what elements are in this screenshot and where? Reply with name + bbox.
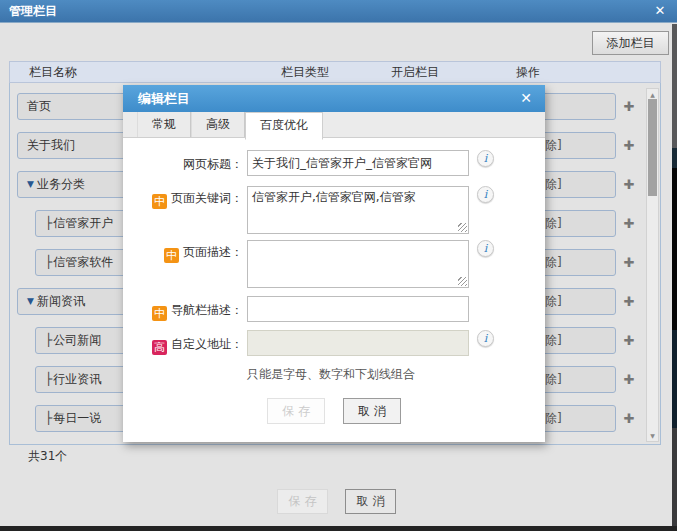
dialog-buttons: 保 存 取 消: [123, 398, 545, 424]
header-column-enabled: 开启栏目: [391, 62, 439, 83]
add-subcolumn-plus-icon[interactable]: ✚: [621, 249, 637, 276]
info-icon[interactable]: i: [477, 150, 494, 167]
save-button-disabled: 保 存: [277, 489, 328, 514]
branch-icon: ├: [45, 216, 52, 230]
page-description-textarea[interactable]: [247, 240, 469, 288]
column-row-item[interactable]: ├行业资讯: [35, 366, 130, 393]
table-scrollbar[interactable]: ▲ ▼: [646, 88, 659, 442]
column-row-item[interactable]: ├每日一说: [35, 405, 130, 432]
add-subcolumn-plus-icon[interactable]: ✚: [621, 93, 637, 120]
label-text: 自定义地址：: [171, 337, 243, 351]
tab-baidu-seo[interactable]: 百度优化: [245, 112, 323, 140]
dialog-tabs: 常规 高级 百度优化: [123, 112, 545, 138]
scroll-up-icon[interactable]: ▲: [647, 90, 658, 99]
resize-grip-icon[interactable]: [458, 223, 467, 232]
cancel-button[interactable]: 取 消: [345, 489, 396, 514]
page-behind-edge: [672, 330, 677, 428]
header-operations: 操作: [516, 62, 540, 83]
scroll-down-icon[interactable]: ▼: [647, 431, 658, 440]
page-title-input[interactable]: [247, 150, 469, 176]
window-titlebar: 管理栏目: [0, 0, 677, 23]
column-row-item[interactable]: 首页: [17, 93, 127, 120]
column-name: 首页: [27, 99, 51, 113]
add-subcolumn-plus-icon[interactable]: ✚: [621, 288, 637, 315]
page-behind-edge: [672, 24, 677, 148]
custom-url-input-disabled: [247, 330, 469, 356]
column-row-item[interactable]: 关于我们: [17, 132, 127, 159]
branch-icon: ├: [45, 255, 52, 269]
field-label-custom-url: 高自定义地址：: [123, 336, 243, 355]
dialog-save-button-disabled: 保 存: [267, 398, 325, 424]
header-column-type: 栏目类型: [281, 62, 329, 83]
column-row-item[interactable]: ├公司新闻: [35, 327, 130, 354]
page-behind-edge: [672, 168, 677, 330]
edit-column-dialog: 编辑栏目 ✕ 常规 高级 百度优化 网页标题： i 中页面关键词： 信管家开户,…: [123, 85, 545, 442]
dialog-cancel-button[interactable]: 取 消: [343, 398, 401, 424]
page-behind-edge: [672, 428, 677, 526]
collapse-triangle-icon[interactable]: ▼: [27, 179, 34, 189]
table-header-row: 栏目名称 栏目类型 开启栏目 操作: [9, 61, 661, 83]
info-icon[interactable]: i: [477, 240, 494, 257]
label-text: 网页标题：: [183, 157, 243, 171]
label-text: 导航栏描述：: [171, 303, 243, 317]
column-row-item[interactable]: ├信管家开户: [35, 210, 130, 237]
branch-icon: ├: [45, 411, 52, 425]
dialog-titlebar: 编辑栏目: [123, 85, 545, 112]
column-row-item[interactable]: ▼业务分类: [17, 171, 127, 198]
dialog-close-icon[interactable]: ✕: [517, 85, 535, 112]
column-row-item[interactable]: ▼新闻资讯: [17, 288, 127, 315]
add-subcolumn-plus-icon[interactable]: ✚: [621, 132, 637, 159]
add-subcolumn-plus-icon[interactable]: ✚: [621, 366, 637, 393]
window-title: 管理栏目: [9, 4, 57, 18]
tab-advanced[interactable]: 高级: [191, 112, 245, 137]
branch-icon: ├: [45, 372, 52, 386]
manage-columns-window: 管理栏目 ✕ 添加栏目 栏目名称 栏目类型 开启栏目 操作 首页 关于我们 ▼业…: [0, 0, 677, 531]
header-column-name: 栏目名称: [29, 62, 77, 83]
resize-grip-icon[interactable]: [458, 277, 467, 286]
column-name: 信管家软件: [53, 255, 113, 269]
priority-mid-badge: 中: [152, 194, 167, 209]
add-column-button[interactable]: 添加栏目: [592, 31, 669, 55]
add-subcolumn-plus-icon[interactable]: ✚: [621, 327, 637, 354]
priority-mid-badge: 中: [164, 248, 179, 263]
column-name: 行业资讯: [53, 372, 101, 386]
info-icon[interactable]: i: [477, 186, 494, 203]
column-name: 公司新闻: [53, 333, 101, 347]
column-name: 业务分类: [37, 177, 85, 191]
window-close-icon[interactable]: ✕: [652, 0, 668, 22]
page-keywords-textarea[interactable]: 信管家开户,信管家官网,信管家: [247, 186, 469, 234]
field-label-page-description: 中页面描述：: [123, 244, 243, 263]
column-name: 每日一说: [53, 411, 101, 425]
field-label-page-title: 网页标题：: [123, 156, 243, 173]
info-icon[interactable]: i: [477, 330, 494, 347]
branch-icon: ├: [45, 333, 52, 347]
field-label-navbar-description: 中导航栏描述：: [123, 302, 243, 321]
label-text: 页面关键词：: [171, 191, 243, 205]
column-name: 信管家开户: [53, 216, 113, 230]
label-text: 页面描述：: [183, 245, 243, 259]
navbar-description-input[interactable]: [247, 296, 469, 322]
field-label-page-keywords: 中页面关键词：: [123, 190, 243, 209]
column-name: 新闻资讯: [37, 294, 85, 308]
priority-mid-badge: 中: [152, 306, 167, 321]
add-subcolumn-plus-icon[interactable]: ✚: [621, 171, 637, 198]
priority-high-badge: 高: [152, 340, 167, 355]
column-row-item[interactable]: ├信管家软件: [35, 249, 130, 276]
page-behind-bottom: [0, 526, 677, 531]
add-subcolumn-plus-icon[interactable]: ✚: [621, 210, 637, 237]
total-count-label: 共31个: [28, 448, 67, 465]
collapse-triangle-icon[interactable]: ▼: [27, 296, 34, 306]
tab-general[interactable]: 常规: [137, 112, 191, 137]
column-name: 关于我们: [27, 138, 75, 152]
scrollbar-thumb[interactable]: [648, 99, 657, 196]
page-behind-edge: [672, 148, 677, 168]
add-subcolumn-plus-icon[interactable]: ✚: [621, 405, 637, 432]
custom-url-helper-text: 只能是字母、数字和下划线组合: [247, 366, 415, 383]
dialog-title: 编辑栏目: [138, 91, 190, 106]
